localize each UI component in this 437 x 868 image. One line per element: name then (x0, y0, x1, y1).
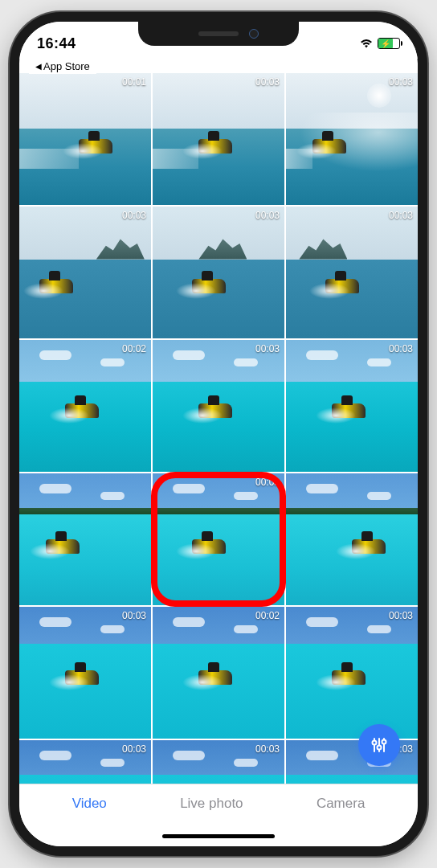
status-time: 16:44 (37, 35, 76, 52)
video-duration: 00:03 (122, 743, 146, 755)
video-thumbnail[interactable]: 00:03 (153, 740, 284, 784)
settings-fab[interactable] (358, 724, 400, 766)
back-arrow-icon: ◀ (35, 62, 42, 71)
video-duration: 00:03 (255, 210, 280, 221)
tab-video[interactable]: Video (72, 796, 107, 812)
home-indicator[interactable] (162, 834, 275, 838)
video-thumbnail[interactable]: 00:03 (286, 73, 418, 205)
video-duration: 00:03 (122, 610, 146, 621)
video-duration: 00:03 (255, 343, 280, 354)
tab-live-photo[interactable]: Live photo (180, 796, 243, 812)
sliders-icon (370, 736, 388, 754)
photo-grid: 00:0100:0300:0300:0300:0300:0300:0200:03… (19, 73, 418, 784)
status-icons: ⚡ (359, 38, 400, 49)
video-thumbnail[interactable]: 00:03 (19, 207, 151, 338)
video-thumbnail[interactable]: 00:03 (153, 207, 284, 338)
wifi-icon (359, 38, 374, 49)
battery-icon: ⚡ (378, 38, 400, 49)
tab-camera[interactable]: Camera (317, 796, 365, 812)
video-duration: 00:03 (255, 477, 280, 488)
notch (138, 22, 299, 46)
video-thumbnail[interactable]: 00:03 (286, 207, 418, 338)
video-thumbnail[interactable] (19, 473, 151, 605)
video-duration: 00:03 (389, 76, 413, 88)
back-link-label: App Store (43, 60, 90, 72)
video-thumbnail[interactable]: 00:03 (153, 340, 284, 472)
video-thumbnail[interactable]: 00:03 (286, 607, 418, 739)
back-to-app-store[interactable]: ◀ App Store (29, 59, 96, 74)
video-thumbnail[interactable]: 00:03 (153, 473, 284, 605)
video-thumbnail[interactable]: 00:02 (153, 607, 284, 739)
video-duration: 00:03 (255, 76, 280, 88)
svg-point-3 (378, 746, 382, 750)
video-thumbnail[interactable]: 00:03 (153, 73, 284, 205)
video-duration: 00:03 (389, 610, 413, 621)
video-duration: 00:02 (255, 610, 280, 621)
video-duration: 00:03 (389, 210, 413, 221)
video-duration: 00:02 (122, 343, 146, 354)
video-thumbnail[interactable]: 00:03 (19, 607, 151, 739)
video-duration: 00:03 (255, 743, 280, 755)
video-duration: 00:03 (122, 210, 146, 221)
video-thumbnail[interactable]: 00:03 (19, 740, 151, 784)
video-duration: 00:01 (122, 76, 146, 88)
video-thumbnail[interactable]: 00:01 (19, 73, 151, 205)
svg-point-5 (382, 740, 386, 744)
video-thumbnail[interactable]: 00:02 (19, 340, 151, 472)
video-thumbnail[interactable]: 00:03 (286, 340, 418, 472)
phone-frame: 16:44 ⚡ ◀ App Store 00:0100:0300:0300:03… (10, 12, 427, 856)
video-duration: 00:03 (389, 343, 413, 354)
photo-grid-container: 00:0100:0300:0300:0300:0300:0300:0200:03… (19, 73, 418, 784)
svg-point-1 (373, 741, 377, 745)
video-thumbnail[interactable] (286, 473, 418, 605)
